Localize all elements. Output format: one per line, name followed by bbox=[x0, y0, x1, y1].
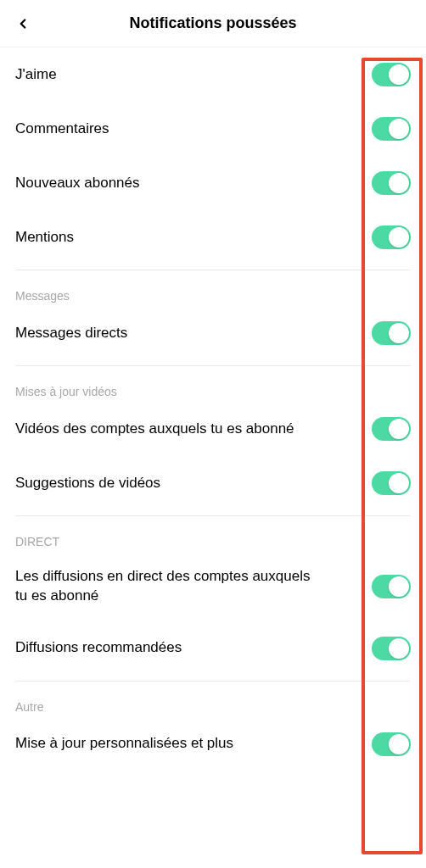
section-header-video-updates: Mises à jour vidéos bbox=[15, 366, 411, 402]
row-new-followers: Nouveaux abonnés bbox=[15, 156, 411, 210]
row-label: Mise à jour personnalisées et plus bbox=[15, 734, 372, 754]
header-bar: Notifications poussées bbox=[0, 0, 426, 47]
row-comments: Commentaires bbox=[15, 102, 411, 156]
toggle-live-subscribed[interactable] bbox=[372, 575, 411, 598]
row-subscribed-videos: Vidéos des comptes auxquels tu es abonné bbox=[15, 402, 411, 456]
row-direct-messages: Messages directs bbox=[15, 306, 411, 360]
toggle-new-followers[interactable] bbox=[372, 171, 411, 195]
toggle-video-suggestions[interactable] bbox=[372, 471, 411, 495]
row-label: Diffusions recommandées bbox=[15, 638, 372, 658]
section-header-direct: DIRECT bbox=[15, 516, 411, 552]
toggle-recommended-broadcasts[interactable] bbox=[372, 637, 411, 660]
toggle-direct-messages[interactable] bbox=[372, 321, 411, 345]
row-label: Les diffusions en direct des comptes aux… bbox=[15, 567, 372, 606]
row-recommended-broadcasts: Diffusions recommandées bbox=[15, 621, 411, 676]
row-label: Commentaires bbox=[15, 120, 372, 139]
row-mentions: Mentions bbox=[15, 210, 411, 264]
chevron-left-icon bbox=[15, 16, 31, 31]
section-header-other: Autre bbox=[15, 682, 411, 717]
row-label: Vidéos des comptes auxquels tu es abonné bbox=[15, 420, 372, 439]
row-label: Suggestions de vidéos bbox=[15, 474, 372, 493]
toggle-likes[interactable] bbox=[372, 63, 411, 86]
row-label: Nouveaux abonnés bbox=[15, 174, 372, 193]
page-title: Notifications poussées bbox=[129, 14, 296, 32]
toggle-mentions[interactable] bbox=[372, 225, 411, 249]
toggle-subscribed-videos[interactable] bbox=[372, 417, 411, 441]
settings-content: J'aime Commentaires Nouveaux abonnés Men… bbox=[0, 47, 426, 771]
toggle-comments[interactable] bbox=[372, 117, 411, 141]
row-live-subscribed: Les diffusions en direct des comptes aux… bbox=[15, 552, 411, 621]
toggle-custom-updates[interactable] bbox=[372, 732, 411, 756]
row-label: J'aime bbox=[15, 65, 372, 85]
row-video-suggestions: Suggestions de vidéos bbox=[15, 456, 411, 510]
row-likes: J'aime bbox=[15, 47, 411, 102]
row-label: Messages directs bbox=[15, 324, 372, 343]
section-header-messages: Messages bbox=[15, 270, 411, 306]
row-custom-updates: Mise à jour personnalisées et plus bbox=[15, 717, 411, 771]
back-button[interactable] bbox=[10, 11, 36, 36]
row-label: Mentions bbox=[15, 228, 372, 248]
